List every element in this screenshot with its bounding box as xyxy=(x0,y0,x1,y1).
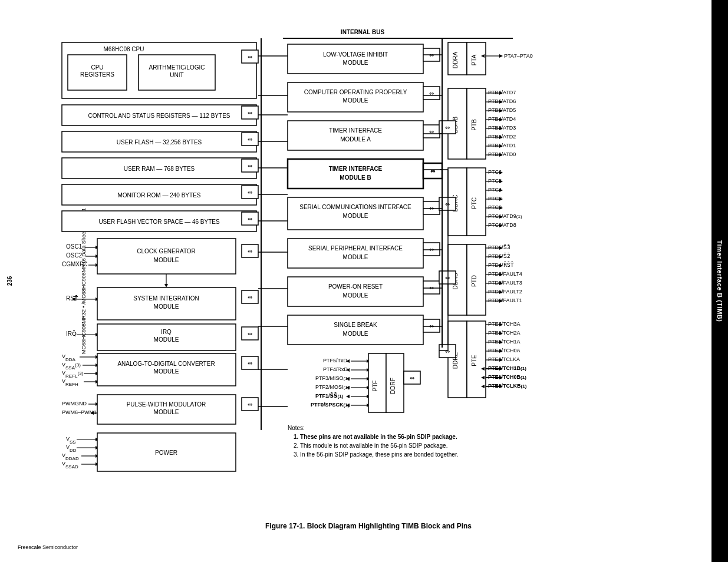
svg-text:⇔: ⇔ xyxy=(248,330,252,337)
lvi-label1: LOW-VOLTAGE INHIBIT xyxy=(323,51,388,58)
vssad-label: VSSAD xyxy=(62,461,78,470)
single-break-label1: SINGLE BREAK xyxy=(334,322,377,328)
timer-b-label1: TIMER INTERFACE xyxy=(329,166,383,172)
notes-title: Notes: xyxy=(288,425,305,431)
pte3-label: PTE3/TCLKA xyxy=(488,356,520,362)
svg-marker-66 xyxy=(346,395,350,398)
por-box xyxy=(288,277,423,306)
cop-label1: COMPUTER OPERATING PROPERLY xyxy=(304,89,407,95)
ptb-label: PTB xyxy=(471,119,477,131)
ptb4-label: PTB4/ATD4 xyxy=(488,116,516,122)
svg-text:⇔: ⇔ xyxy=(248,216,252,222)
rst-label: RST̄ xyxy=(66,295,78,302)
user-ram-label: USER RAM — 768 BYTES xyxy=(124,166,195,172)
vrefl-label: VREFL(3) xyxy=(62,370,84,379)
vssa-label: VSSA(3) xyxy=(62,362,81,371)
cgmxfc-label: CGMXFC xyxy=(62,261,87,267)
spi-label1: SERIAL PERIPHERAL INTERFACE xyxy=(308,245,403,252)
sys-int-label1: SYSTEM INTEGRATION xyxy=(133,295,199,302)
ptb1-label: PTB1/ATD1 xyxy=(488,143,516,148)
sci-label1: SERIAL COMMUNICATIONS INTERFACE xyxy=(299,204,411,210)
ptf2-label: PTF2/MOSI(1) xyxy=(315,384,350,390)
ptd5-label: PTD5/S̄2̄ xyxy=(488,253,510,259)
irq-label1: IRQ xyxy=(161,329,172,335)
svg-text:⇔: ⇔ xyxy=(248,360,252,366)
ptb5-label: PTB5/ATD5 xyxy=(488,107,516,113)
spi-label2: MODULE xyxy=(343,254,368,260)
ptb6-label: PTB6/ATD6 xyxy=(488,98,516,104)
vddad-label: VDDAD xyxy=(62,452,79,461)
pte-label: PTE xyxy=(471,355,477,366)
irq-label2: MODULE xyxy=(154,336,179,343)
internal-bus-label: INTERNAL BUS xyxy=(341,29,385,35)
note1: 1. These pins are not available in the 5… xyxy=(294,434,457,440)
control-status-label: CONTROL AND STATUS REGISTERS — 112 BYTES xyxy=(88,113,230,119)
page-number: 236 xyxy=(6,276,13,286)
ddra-label: DDRA xyxy=(452,52,459,69)
osc2-label: OSC2 xyxy=(66,252,83,259)
ptd-label: PTD xyxy=(471,275,477,287)
user-flash-label: USER FLASH — 32,256 BYTES xyxy=(117,139,202,146)
pta7-pta0-label: PTA7–PTA0 xyxy=(504,53,533,59)
vdda-label: VDDA xyxy=(62,353,76,362)
timer-a-box xyxy=(288,121,423,150)
por-label2: MODULE xyxy=(343,292,368,299)
clock-gen-box xyxy=(97,239,236,274)
svg-text:⇔: ⇔ xyxy=(410,375,414,381)
ptd6-label: PTD6/S̄3̄ xyxy=(488,244,510,250)
ptd3-label: PTD3/FAULT4 xyxy=(488,271,522,277)
svg-text:⇔: ⇔ xyxy=(248,294,252,300)
ptf5-label: PTF5/TxD xyxy=(323,358,348,363)
block-diagram: INTERNAL BUS M68HC08 CPU CPU REGISTERS A… xyxy=(29,18,696,518)
ddrf-label-vert: DDRF xyxy=(390,378,396,394)
ptc-label: PTC xyxy=(471,197,477,209)
por-label1: POWER-ON RESET xyxy=(328,283,383,290)
single-break-label2: MODULE xyxy=(343,330,368,337)
vrefh-label: VREFH xyxy=(62,378,78,387)
svg-text:⇔: ⇔ xyxy=(248,136,252,143)
irq-label: IRQ̄ xyxy=(66,330,77,337)
lvi-box xyxy=(288,44,423,74)
ptd1-label: PTD1/FAULT2 xyxy=(488,289,522,295)
sci-label2: MODULE xyxy=(343,213,368,219)
pwm-label1: PULSE-WIDTH MODULATOR xyxy=(127,401,206,408)
user-flash-vector-label: USER FLASH VECTOR SPACE — 46 BYTES xyxy=(98,219,220,225)
cpu-registers-label2: REGISTERS xyxy=(80,71,114,78)
svg-text:⇔: ⇔ xyxy=(445,348,450,355)
svg-marker-15 xyxy=(164,284,168,287)
power-label: POWER xyxy=(155,449,177,456)
ptc1-label: PTC1/ATD9(1) xyxy=(488,213,522,219)
adc-label2: MODULE xyxy=(154,368,179,375)
pte6-label: PTE6/TCH2A xyxy=(488,330,521,336)
clock-gen-label1: CLOCK GENERATOR xyxy=(137,248,196,254)
svg-text:⇔: ⇔ xyxy=(248,248,252,254)
adc-label1: ANALOG-TO-DIGITAL CONVERTER xyxy=(117,361,215,367)
single-break-box xyxy=(288,315,423,345)
clock-gen-label2: MODULE xyxy=(154,257,179,263)
ptf4-label: PTF4/RxD xyxy=(323,366,348,372)
ptb3-label: PTB3/ATD3 xyxy=(488,125,516,131)
ptb0-label: PTB0/ATD0 xyxy=(488,151,516,157)
svg-text:⇔: ⇔ xyxy=(248,110,252,116)
vdd-label: VDD xyxy=(66,444,77,453)
pte4-label: PTE4/TCH0A xyxy=(488,348,521,353)
ptf3-label: PTF3/MISO(1) xyxy=(315,375,350,381)
sys-int-label2: MODULE xyxy=(154,303,179,310)
svg-text:⇔: ⇔ xyxy=(445,201,450,207)
osc1-label: OSC1 xyxy=(66,243,83,250)
ptf0-label: PTF0/SPSCK(1) xyxy=(311,402,350,408)
timer-a-label2: MODULE A xyxy=(340,136,371,143)
note3: 3. In the 56-pin SDIP package, these pin… xyxy=(294,451,458,458)
timer-b-label2: MODULE B xyxy=(340,174,371,181)
svg-text:⇔: ⇔ xyxy=(248,163,252,169)
pte7-label: PTE7/TCH3A xyxy=(488,321,521,327)
svg-text:⇔: ⇔ xyxy=(248,189,252,196)
lvi-label2: MODULE xyxy=(343,59,368,66)
ptf1-label: PTF1/S̄S̄(1) xyxy=(315,392,344,399)
timer-b-box xyxy=(288,159,423,189)
alu-label2: UNIT xyxy=(170,72,183,78)
spi-box xyxy=(288,239,423,268)
pwmgnd-label: PWMGND xyxy=(62,401,87,406)
monitor-rom-label: MONITOR ROM — 240 BYTES xyxy=(118,192,201,199)
svg-marker-74 xyxy=(499,54,503,58)
